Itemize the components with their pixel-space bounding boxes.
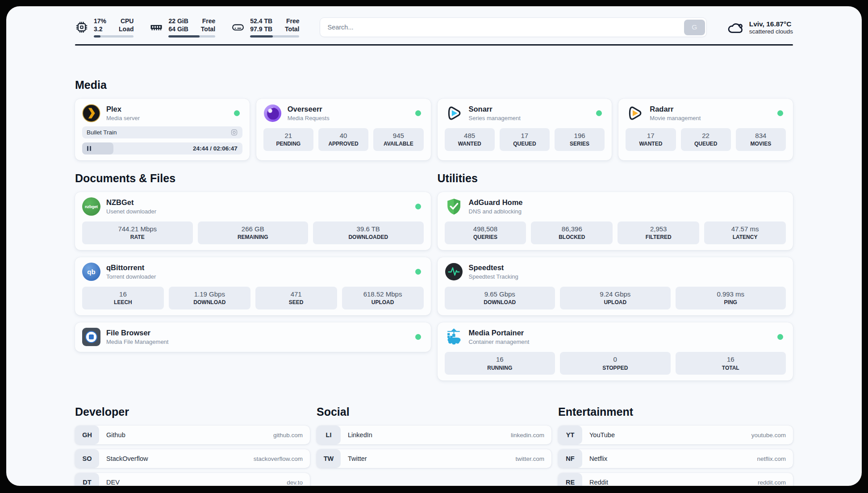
online-status-dot: [415, 204, 421, 209]
service-card-sonarr[interactable]: SonarrSeries management485WANTED17QUEUED…: [438, 99, 612, 160]
stat-box: 498,508QUERIES: [445, 221, 526, 244]
link-row-linkedin[interactable]: LILinkedInlinkedin.com: [317, 426, 551, 444]
service-card-qbittorrent[interactable]: qbqBittorrentTorrent downloader16LEECH1.…: [75, 257, 431, 315]
ram-icon: [150, 21, 163, 34]
stat-row: 17WANTED22QUEUED834MOVIES: [626, 128, 786, 151]
overseerr-icon: [263, 104, 282, 122]
service-card-media-portainer[interactable]: Media PortainerContainer management16RUN…: [438, 322, 793, 380]
radarr-icon: [626, 104, 644, 122]
service-card-overseerr[interactable]: OverseerrMedia Requests21PENDING40APPROV…: [256, 99, 431, 160]
service-name: qBittorrent: [106, 263, 156, 272]
qbittorrent-icon: qb: [82, 263, 100, 281]
section-utilities: Utilities AdGuard HomeDNS and adblocking…: [438, 172, 793, 380]
link-name: Github: [106, 431, 125, 439]
stat-value: 39.6 TB: [315, 225, 422, 234]
cpu-load-value: 3.2: [94, 25, 106, 33]
pause-icon[interactable]: [87, 146, 91, 151]
service-subtitle: Media Requests: [288, 115, 330, 121]
stat-label: SERIES: [556, 141, 603, 148]
stat-value: 21: [265, 131, 312, 140]
dashboard-main: Media PlexMedia serverBullet Train24:44 …: [75, 79, 793, 486]
disk-total-value: 97.9 TB: [250, 25, 272, 33]
stat-label: RUNNING: [447, 365, 554, 372]
card-titles: File BrowserMedia File Management: [106, 329, 168, 345]
now-playing-row[interactable]: Bullet Train: [82, 126, 242, 138]
memory-progress-bar: [168, 35, 215, 38]
service-card-file-browser[interactable]: File BrowserMedia File Management: [75, 322, 431, 352]
service-card-nzbget[interactable]: nzbgetNZBGetUsenet downloader744.21 Mbps…: [75, 192, 431, 250]
player-time: 24:44 / 02:06:47: [193, 145, 238, 152]
link-url: reddit.com: [758, 479, 786, 486]
online-status-dot: [777, 110, 783, 116]
link-row-reddit[interactable]: RERedditreddit.com: [558, 473, 793, 486]
link-url: github.com: [273, 432, 303, 439]
section-entertainment: EntertainmentYTYouTubeyoutube.comNFNetfl…: [558, 405, 793, 486]
stat-value: 40: [320, 131, 367, 140]
stat-value: 485: [447, 131, 493, 140]
cpu-chip-icon: [75, 21, 88, 34]
section-social: SocialLILinkedInlinkedin.comTWTwittertwi…: [317, 405, 551, 473]
card-header: SpeedtestSpeedtest Tracking: [445, 263, 786, 281]
stat-box: 17QUEUED: [500, 128, 550, 151]
link-row-dev[interactable]: DTDEVdev.to: [75, 473, 310, 486]
stat-value: 16: [677, 355, 785, 364]
service-card-radarr[interactable]: RadarrMovie management17WANTED22QUEUED83…: [618, 99, 793, 160]
weather-widget[interactable]: Lviv, 16.87°C scattered clouds: [727, 19, 793, 36]
section-title-developer: Developer: [75, 405, 310, 418]
service-name: Plex: [106, 105, 140, 114]
service-card-speedtest[interactable]: SpeedtestSpeedtest Tracking9.65 GbpsDOWN…: [438, 257, 793, 315]
card-titles: PlexMedia server: [106, 105, 140, 121]
stat-box: 47.57 msLATENCY: [704, 221, 786, 244]
service-card-adguard-home[interactable]: AdGuard HomeDNS and adblocking498,508QUE…: [438, 192, 793, 250]
service-subtitle: DNS and adblocking: [469, 208, 523, 215]
media-cards-row: PlexMedia serverBullet Train24:44 / 02:0…: [75, 99, 793, 160]
stat-label: UPLOAD: [562, 299, 669, 306]
link-row-netflix[interactable]: NFNetflixnetflix.com: [558, 449, 793, 468]
filebrowser-icon: [82, 328, 100, 346]
stat-label: QUEUED: [501, 141, 548, 148]
stat-box: 16LEECH: [82, 287, 164, 309]
stat-label: AVAILABLE: [375, 141, 421, 148]
card-header: RadarrMovie management: [626, 104, 786, 122]
link-row-stackoverflow[interactable]: SOStackOverflowstackoverflow.com: [75, 449, 310, 468]
search-provider-button[interactable]: G: [684, 20, 705, 35]
service-card-plex[interactable]: PlexMedia serverBullet Train24:44 / 02:0…: [75, 99, 250, 160]
stat-box: 266 GBREMAINING: [198, 221, 309, 244]
stat-label: WANTED: [447, 141, 493, 148]
stat-box: 21PENDING: [263, 128, 313, 151]
disk-free-value: 52.4 TB: [250, 17, 272, 25]
section-title-media: Media: [75, 79, 793, 92]
stat-label: APPROVED: [320, 141, 367, 148]
stat-row: 485WANTED17QUEUED196SERIES: [445, 128, 605, 151]
link-url: twitter.com: [515, 455, 544, 462]
stat-row: 744.21 MbpsRATE266 GBREMAINING39.6 TBDOW…: [82, 221, 424, 244]
disk-stat-widget: 52.4 TB Free 97.9 TB Total: [231, 17, 299, 38]
link-row-twitter[interactable]: TWTwittertwitter.com: [317, 449, 551, 468]
card-header: SonarrSeries management: [445, 104, 605, 122]
card-header: AdGuard HomeDNS and adblocking: [445, 197, 786, 216]
link-name: DEV: [106, 479, 120, 486]
stat-value: 196: [556, 131, 603, 140]
stat-box: 0STOPPED: [560, 352, 671, 375]
link-abbr-badge: GH: [75, 426, 99, 444]
stat-box: 744.21 MbpsRATE: [82, 221, 193, 244]
adguard-icon: [445, 197, 463, 216]
link-row-github[interactable]: GHGithubgithub.com: [75, 426, 310, 444]
sonarr-icon: [445, 104, 463, 122]
service-subtitle: Media server: [106, 115, 140, 121]
stat-value: 1.19 Gbps: [171, 290, 249, 299]
weather-condition: scattered clouds: [749, 28, 793, 35]
stat-box: 1.19 GbpsDOWNLOAD: [169, 287, 250, 309]
online-status-dot: [415, 334, 421, 340]
cast-icon[interactable]: [230, 129, 238, 136]
link-abbr-badge: LI: [317, 426, 341, 444]
cloud-icon: [727, 19, 744, 36]
cpu-stat-widget: 17% CPU 3.2 Load: [75, 17, 134, 38]
documents-cards-stack: nzbgetNZBGetUsenet downloader744.21 Mbps…: [75, 192, 431, 352]
search-input[interactable]: [320, 24, 684, 31]
stat-box: 9.24 GbpsUPLOAD: [560, 287, 671, 309]
card-titles: Media PortainerContainer management: [469, 329, 530, 345]
link-abbr-badge: YT: [558, 426, 582, 444]
player-progress-row[interactable]: 24:44 / 02:06:47: [82, 142, 242, 155]
link-row-youtube[interactable]: YTYouTubeyoutube.com: [558, 426, 793, 444]
